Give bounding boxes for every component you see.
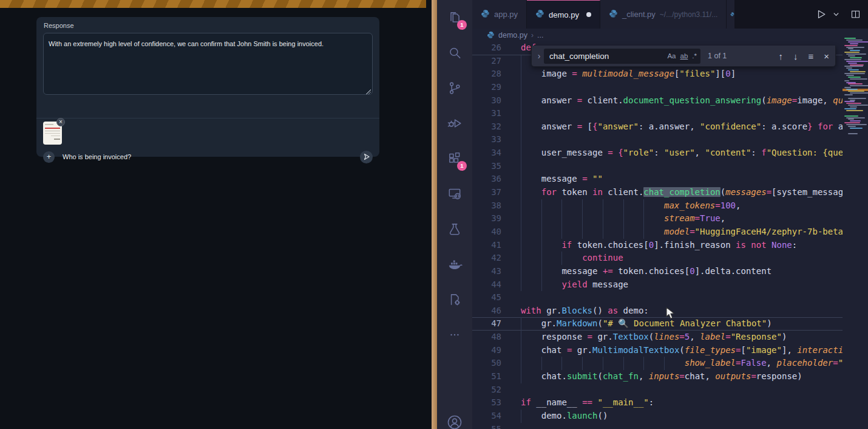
run-dropdown-chevron-icon[interactable] <box>832 10 841 19</box>
minimap[interactable] <box>843 29 868 429</box>
code-line-54[interactable]: 54 demo.launch() <box>472 410 843 423</box>
code-line-49[interactable]: 49 chat = gr.MultimodalTextbox(file_type… <box>472 344 843 357</box>
code-line-48[interactable]: 48 response = gr.Textbox(lines=5, label=… <box>472 331 843 344</box>
minimap-line <box>844 80 849 81</box>
modified-dot-icon[interactable] <box>586 12 591 17</box>
run-and-debug-icon[interactable] <box>437 106 472 141</box>
line-number: 51 <box>472 370 501 383</box>
run-python-file-button[interactable] <box>814 7 828 21</box>
line-content: gr.Markdown("# 🔍 Document Analyzer Chatb… <box>521 317 843 331</box>
python-icon <box>535 9 544 20</box>
code-line-34[interactable]: 34 user_message = {"role": "user", "cont… <box>472 146 843 160</box>
code-line-36[interactable]: 36 message = "" <box>472 173 843 186</box>
line-number: 34 <box>472 146 501 160</box>
testing-icon[interactable] <box>437 211 472 247</box>
docker-icon[interactable] <box>437 247 472 282</box>
code-line-55[interactable]: 55 <box>472 423 843 429</box>
editor-actions <box>814 0 868 29</box>
chat-input[interactable]: Who is being invoiced? <box>63 153 360 160</box>
account-icon[interactable] <box>437 405 472 429</box>
code-line-45[interactable]: 45 <box>472 291 843 304</box>
line-number: 46 <box>472 304 501 318</box>
find-query[interactable]: chat_completion <box>549 52 663 61</box>
code-line-33[interactable]: 33 <box>472 133 843 146</box>
code-line-35[interactable]: 35 <box>472 160 843 173</box>
search-icon[interactable] <box>437 35 472 70</box>
minimap-line <box>844 87 851 88</box>
tab-demo-py[interactable]: demo.py <box>527 0 600 29</box>
code-line-40[interactable]: 40 model="HuggingFaceH4/zephyr-7b-beta")… <box>472 225 843 239</box>
code-line-52[interactable]: 52 <box>472 383 843 397</box>
tab-client-py[interactable]: _client.py ~/.../python3.11/... <box>600 0 727 29</box>
minimap-line <box>848 83 863 84</box>
code-line-41[interactable]: 41 if token.choices[0].finish_reason is … <box>472 239 843 252</box>
match-case-toggle[interactable]: Aa <box>667 52 676 60</box>
minimap-line <box>844 52 860 53</box>
code-line-42[interactable]: 42 continue <box>472 252 843 265</box>
regex-toggle[interactable]: .* <box>692 52 697 60</box>
send-button[interactable] <box>360 151 373 163</box>
extensions-icon[interactable]: 1 <box>437 141 472 176</box>
code-line-44[interactable]: 44 yield message <box>472 278 843 292</box>
code-line-37[interactable]: 37 for token in client.chat_completion(m… <box>472 186 843 199</box>
remote-explorer-icon[interactable] <box>437 176 472 211</box>
minimap-line <box>846 82 856 83</box>
line-content: continue <box>521 252 843 265</box>
code-line-29[interactable]: 29 <box>472 81 843 94</box>
code-line-43[interactable]: 43 message += token.choices[0].delta.con… <box>472 265 843 278</box>
minimap-line <box>844 101 855 102</box>
line-number: 30 <box>472 94 501 108</box>
minimap-line <box>848 91 864 92</box>
line-content <box>521 291 843 304</box>
code-line-30[interactable]: 30 answer = client.document_question_ans… <box>472 94 843 108</box>
split-editor-button[interactable] <box>849 8 862 21</box>
minimap-line <box>848 98 866 99</box>
code-line-38[interactable]: 38 max_tokens=100, <box>472 199 843 213</box>
find-close-button[interactable]: × <box>824 51 829 61</box>
code-editor[interactable]: 26def2728 image = multimodal_message["fi… <box>472 29 868 429</box>
line-number: 44 <box>472 278 501 292</box>
minimap-line <box>844 115 858 117</box>
find-previous-button[interactable]: ↑ <box>778 51 783 61</box>
code-line-50[interactable]: 50 show_label=False, placeholder="Who is… <box>472 357 843 370</box>
more-icon[interactable] <box>437 317 472 352</box>
minimap-line <box>846 89 858 90</box>
whole-word-toggle[interactable]: ab <box>680 52 688 60</box>
chat-input-row: + Who is being invoiced? <box>43 149 373 164</box>
code-line-51[interactable]: 51 chat.submit(chat_fn, inputs=chat, out… <box>472 370 843 383</box>
minimap-line <box>844 108 856 109</box>
add-file-button[interactable]: + <box>43 151 55 163</box>
find-input[interactable]: chat_completion Aa ab .* <box>544 49 700 64</box>
code-line-28[interactable]: 28 image = multimodal_message["files"][0… <box>472 67 843 81</box>
code-line-46[interactable]: 46with gr.Blocks() as demo: <box>472 304 843 318</box>
line-number: 54 <box>472 410 501 423</box>
tab-overflow-sliver[interactable] <box>727 0 734 29</box>
explorer-icon[interactable]: 1 <box>437 0 472 35</box>
minimap-line <box>848 48 853 49</box>
source-control-icon[interactable] <box>437 70 472 106</box>
tab-bar: app.py demo.py _client.py ~/.../python3.… <box>472 0 868 29</box>
code-line-53[interactable]: 53if __name__ == "__main__": <box>472 396 843 410</box>
line-content: chat = gr.MultimodalTextbox(file_types=[… <box>521 344 843 357</box>
code-line-47[interactable]: 47 gr.Markdown("# 🔍 Document Analyzer Ch… <box>472 317 843 331</box>
minimap-line <box>850 85 868 86</box>
task-runner-icon[interactable] <box>437 282 472 317</box>
code-line-31[interactable]: 31 <box>472 107 843 120</box>
minimap-line <box>848 118 854 120</box>
find-expand-chevron-icon[interactable]: › <box>534 51 544 61</box>
line-content: show_label=False, placeholder="Who is be… <box>521 357 843 370</box>
line-content <box>521 133 843 146</box>
minimap-line <box>850 50 860 51</box>
response-textarea[interactable]: With an extremely high level of confiden… <box>43 33 373 95</box>
remove-attachment-button[interactable]: × <box>56 118 65 126</box>
find-in-selection-button[interactable]: ≡ <box>808 51 813 61</box>
find-next-button[interactable]: ↓ <box>793 51 798 61</box>
window-resize-divider[interactable] <box>432 0 437 429</box>
code-lines: 26def2728 image = multimodal_message["fi… <box>472 41 843 429</box>
code-line-39[interactable]: 39 stream=True, <box>472 212 843 225</box>
minimap-line <box>850 128 863 129</box>
line-content: if token.choices[0].finish_reason is not… <box>521 239 843 252</box>
tab-app-py[interactable]: app.py <box>472 0 527 29</box>
line-content <box>521 107 843 120</box>
code-line-32[interactable]: 32 answer = [{"answer": a.answer, "confi… <box>472 120 843 134</box>
